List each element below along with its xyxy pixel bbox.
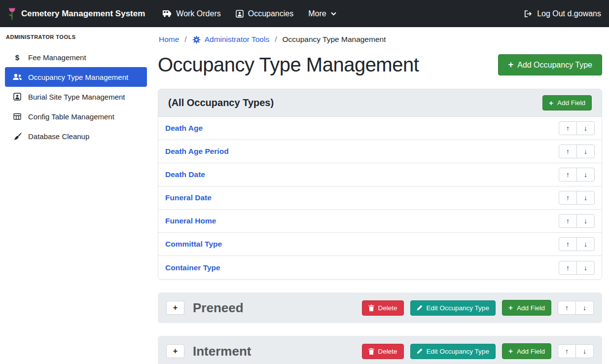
sidebar-item-occupancy-type-management[interactable]: Occupancy Type Management <box>5 67 147 87</box>
sidebar-item-label: Database Cleanup <box>28 132 89 141</box>
delete-button[interactable]: Delete <box>362 300 404 316</box>
move-down-button[interactable]: ↓ <box>576 121 595 135</box>
plus-icon: + <box>508 304 513 312</box>
reorder-controls: ↑ ↓ <box>559 191 595 205</box>
field-link-funeral-date[interactable]: Funeral Date <box>165 193 212 202</box>
edit-occupancy-type-label: Edit Occupancy Type <box>427 348 489 355</box>
edit-occupancy-type-button[interactable]: Edit Occupancy Type <box>410 300 496 316</box>
arrow-down-icon: ↓ <box>584 217 587 225</box>
arrow-up-icon: ↑ <box>566 147 570 155</box>
arrow-down-icon: ↓ <box>583 347 586 355</box>
add-field-button[interactable]: + Add Field <box>542 95 592 111</box>
arrow-up-icon: ↑ <box>566 124 570 132</box>
reorder-controls: ↑ ↓ <box>559 168 595 182</box>
arrow-up-icon: ↑ <box>566 264 570 272</box>
delete-label: Delete <box>378 348 397 355</box>
move-up-button[interactable]: ↑ <box>558 344 576 358</box>
move-down-button[interactable]: ↓ <box>575 344 594 358</box>
add-field-label: Add Field <box>517 304 545 312</box>
move-up-button[interactable]: ↑ <box>559 214 577 228</box>
arrow-down-icon: ↓ <box>584 124 587 132</box>
nav-occupancies[interactable]: Occupancies <box>228 9 301 18</box>
edit-occupancy-type-label: Edit Occupancy Type <box>427 304 489 312</box>
move-down-button[interactable]: ↓ <box>576 145 595 158</box>
add-occupancy-type-label: Add Occupancy Type <box>517 61 592 70</box>
section-actions: Delete Edit Occupancy Type + Add Field ↑ <box>362 300 594 316</box>
sidebar-item-fee-management[interactable]: $ Fee Management <box>5 47 147 67</box>
field-row: Death Age Period ↑ ↓ <box>158 140 602 163</box>
gear-icon <box>192 36 201 44</box>
reorder-controls: ↑ ↓ <box>558 301 594 315</box>
move-up-button[interactable]: ↑ <box>559 191 577 205</box>
add-field-label: Add Field <box>517 348 545 355</box>
move-down-button[interactable]: ↓ <box>575 301 594 315</box>
add-occupancy-type-button[interactable]: + Add Occupancy Type <box>498 54 602 75</box>
move-down-button[interactable]: ↓ <box>576 214 595 228</box>
nav-work-orders[interactable]: Work Orders <box>155 9 228 18</box>
reorder-controls: ↑ ↓ <box>558 344 594 358</box>
arrow-down-icon: ↓ <box>584 194 587 202</box>
move-down-button[interactable]: ↓ <box>576 261 595 275</box>
delete-button[interactable]: Delete <box>362 344 404 359</box>
sidebar-item-label: Config Table Management <box>28 112 114 121</box>
sidebar-item-label: Occupancy Type Management <box>28 73 128 81</box>
field-link-death-age[interactable]: Death Age <box>165 124 203 133</box>
app-brand[interactable]: Cemetery Management System <box>8 7 145 20</box>
main-content: Home / Administrator Tool <box>152 27 609 364</box>
breadcrumb-home[interactable]: Home <box>159 35 179 44</box>
move-down-button[interactable]: ↓ <box>576 191 595 205</box>
portrait-icon <box>12 93 22 101</box>
all-occupancy-types-header: (All Occupancy Types) + Add Field <box>158 89 602 117</box>
reorder-controls: ↑ ↓ <box>559 237 595 251</box>
move-up-button[interactable]: ↑ <box>559 168 577 182</box>
page-title: Occupancy Type Management <box>158 54 419 76</box>
add-field-button[interactable]: + Add Field <box>502 343 551 359</box>
field-row: Committal Type ↑ ↓ <box>158 233 602 256</box>
move-up-button[interactable]: ↑ <box>559 145 577 158</box>
section-actions: Delete Edit Occupancy Type + Add Field ↑ <box>362 343 594 359</box>
plus-icon: + <box>508 60 513 69</box>
add-field-button[interactable]: + Add Field <box>502 300 551 316</box>
sidebar-item-database-cleanup[interactable]: Database Cleanup <box>5 126 147 146</box>
arrow-up-icon: ↑ <box>566 217 570 225</box>
arrow-down-icon: ↓ <box>584 147 587 155</box>
flower-logo-icon <box>8 7 16 20</box>
nav-work-orders-label: Work Orders <box>176 9 220 18</box>
breadcrumb-admin-tools[interactable]: Administrator Tools <box>192 35 270 44</box>
field-link-death-date[interactable]: Death Date <box>165 170 205 179</box>
expand-button[interactable]: + <box>166 344 184 358</box>
all-occupancy-types-card: (All Occupancy Types) + Add Field Death … <box>158 89 602 280</box>
field-row: Funeral Date ↑ ↓ <box>158 186 602 210</box>
field-link-death-age-period[interactable]: Death Age Period <box>165 147 229 156</box>
breadcrumb-separator: / <box>275 35 277 44</box>
arrow-down-icon: ↓ <box>583 304 586 312</box>
breadcrumb-separator: / <box>184 35 186 44</box>
move-down-button[interactable]: ↓ <box>576 237 595 251</box>
edit-occupancy-type-button[interactable]: Edit Occupancy Type <box>410 344 496 359</box>
expand-button[interactable]: + <box>166 301 184 315</box>
plus-icon: + <box>173 347 178 356</box>
sidebar-item-label: Burial Site Type Management <box>28 93 125 101</box>
occupancy-type-section-preneed: + Preneed Delete <box>158 292 602 323</box>
logout-link[interactable]: Log Out d.gowans <box>524 9 601 18</box>
arrow-up-icon: ↑ <box>566 240 570 248</box>
nav-more[interactable]: More <box>301 9 343 18</box>
field-link-committal-type[interactable]: Committal Type <box>165 240 222 249</box>
move-up-button[interactable]: ↑ <box>559 121 577 135</box>
plus-icon: + <box>508 347 513 355</box>
field-link-funeral-home[interactable]: Funeral Home <box>165 217 216 225</box>
move-up-button[interactable]: ↑ <box>559 237 577 251</box>
plus-icon: + <box>173 303 178 312</box>
move-up-button[interactable]: ↑ <box>559 261 577 275</box>
page-header: Occupancy Type Management + Add Occupanc… <box>158 54 602 76</box>
sidebar-item-burial-site-type-management[interactable]: Burial Site Type Management <box>5 87 147 107</box>
field-row: Funeral Home ↑ ↓ <box>158 210 602 233</box>
portrait-icon <box>236 10 244 18</box>
sidebar-item-config-table-management[interactable]: Config Table Management <box>5 107 147 126</box>
field-link-container-type[interactable]: Container Type <box>165 263 220 272</box>
move-up-button[interactable]: ↑ <box>558 301 576 315</box>
breadcrumb: Home / Administrator Tool <box>159 35 602 44</box>
move-down-button[interactable]: ↓ <box>576 168 595 182</box>
card-title: (All Occupancy Types) <box>168 97 274 109</box>
reorder-controls: ↑ ↓ <box>559 261 595 275</box>
